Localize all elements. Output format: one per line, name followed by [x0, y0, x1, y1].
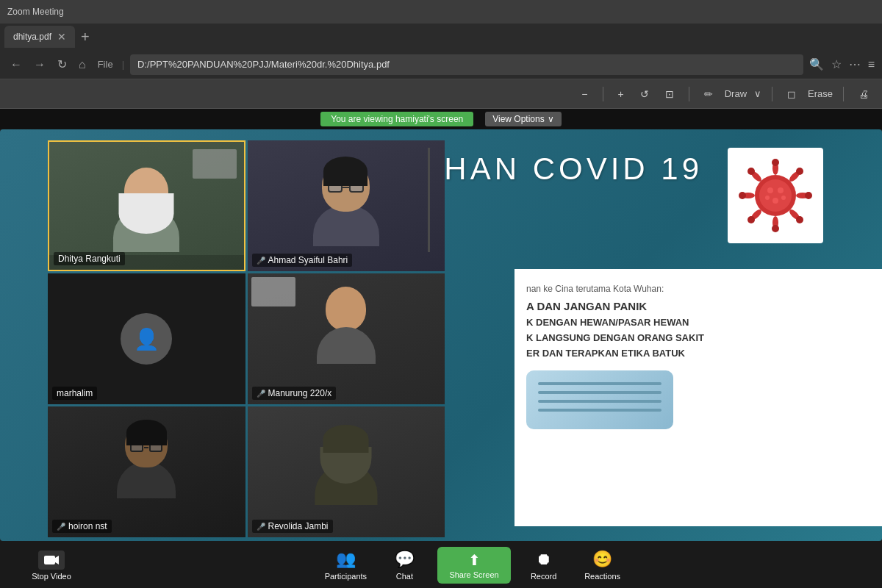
svg-point-21: [765, 196, 770, 200]
draw-button[interactable]: ✏: [700, 87, 717, 101]
svg-point-13: [805, 192, 812, 199]
participants-icon: 👥: [336, 550, 356, 569]
participants-label: Participants: [325, 572, 367, 581]
fit-page-button[interactable]: ⊡: [661, 87, 678, 101]
zoom-out-button[interactable]: −: [577, 87, 592, 101]
record-button[interactable]: ⏺ Record: [518, 550, 570, 581]
back-button[interactable]: ←: [7, 57, 25, 73]
chat-icon: 💬: [395, 550, 415, 569]
svg-point-18: [767, 187, 773, 193]
erase-button[interactable]: ◻: [783, 87, 800, 101]
participant-tile: 🎤 Manurung 220/x: [248, 273, 445, 404]
svg-point-22: [781, 196, 786, 200]
svg-rect-23: [44, 556, 55, 564]
participant-label-1: 🎤 Ahmad Syaiful Bahri: [252, 254, 353, 267]
tab-label: dhitya.pdf: [13, 32, 51, 42]
reload-button[interactable]: ↻: [54, 56, 70, 73]
print-button[interactable]: 🖨: [854, 87, 873, 101]
participants-button[interactable]: 👥 Participants: [320, 550, 371, 581]
covid-image: [728, 148, 823, 243]
address-bar: ← → ↻ ⌂ File | 🔍 ☆ ⋯ ≡: [0, 50, 882, 79]
main-content: PENCEGAHAN COVID 19: [0, 129, 882, 541]
svg-point-10: [772, 159, 779, 166]
participant-tile: 👤 marhalim: [48, 273, 245, 404]
zoom-toolbar: Stop Video 👥 Participants 💬 Chat ⬆ Share…: [0, 542, 882, 588]
slide-item-3: K LANGSUNG DENGAN ORANG SAKIT: [526, 332, 870, 343]
participant-tile: Dhitya Rangkuti: [48, 140, 245, 271]
stop-video-label: Stop Video: [32, 572, 71, 581]
participant-tile: 🎤 hoiron nst: [48, 406, 245, 537]
bookmark-icon[interactable]: ☆: [831, 57, 842, 71]
svg-point-15: [796, 168, 803, 175]
participant-label-5: 🎤 Revolida Jambi: [252, 520, 333, 533]
zoom-top-bar: You are viewing hamiyati's screen View O…: [0, 109, 882, 129]
page-wrapper: Zoom Meeting dhitya.pdf ✕ + ← → ↻ ⌂ File…: [0, 0, 882, 588]
participant-label-0: Dhitya Rangkuti: [54, 252, 125, 265]
browser-frame: Zoom Meeting dhitya.pdf ✕ + ← → ↻ ⌂ File…: [0, 0, 882, 109]
zoom-in-button[interactable]: +: [614, 87, 628, 101]
svg-point-11: [772, 225, 779, 232]
draw-label: Draw: [725, 88, 747, 99]
cursor-indicator: ▷: [850, 335, 860, 351]
svg-point-20: [772, 198, 778, 204]
browser-tab[interactable]: dhitya.pdf ✕: [4, 26, 75, 48]
zoom-icon[interactable]: 🔍: [809, 57, 824, 71]
erase-label: Erase: [808, 88, 833, 99]
view-options-button[interactable]: View Options ∨: [485, 112, 561, 126]
viewing-badge: You are viewing hamiyati's screen: [320, 112, 473, 126]
share-screen-label: Share Screen: [449, 570, 498, 579]
tab-bar: dhitya.pdf ✕ +: [0, 24, 882, 50]
record-label: Record: [531, 572, 556, 581]
tab-close-button[interactable]: ✕: [57, 31, 66, 43]
title-bar: Zoom Meeting: [0, 0, 882, 24]
mask-image: [526, 370, 673, 429]
new-tab-button[interactable]: +: [75, 29, 96, 46]
reactions-label: Reactions: [584, 572, 620, 581]
record-icon: ⏺: [536, 550, 552, 569]
participant-tile: 🎤 Ahmad Syaiful Bahri: [248, 140, 445, 271]
extensions-icon[interactable]: ⋯: [849, 57, 861, 71]
share-screen-icon: ⬆: [468, 551, 481, 569]
camera-icon: [43, 553, 60, 567]
svg-point-16: [747, 216, 755, 223]
chat-label: Chat: [396, 572, 413, 581]
participant-label-2: marhalim: [52, 387, 97, 400]
rotate-button[interactable]: ↺: [636, 87, 653, 101]
slide-item-4: ER DAN TERAPKAN ETIKA BATUK: [526, 348, 870, 359]
menu-icon[interactable]: ≡: [868, 58, 875, 71]
stop-video-button[interactable]: Stop Video: [22, 551, 81, 581]
svg-point-14: [747, 168, 755, 175]
participant-tile: 🎤 Revolida Jambi: [248, 406, 445, 537]
slide-content-area: nan ke Cina terutama Kota Wuhan: A DAN J…: [514, 269, 882, 526]
svg-point-19: [778, 187, 784, 193]
participant-label-4: 🎤 hoiron nst: [52, 520, 112, 533]
title-bar-text: Zoom Meeting: [7, 7, 64, 17]
reactions-icon: 😊: [592, 550, 612, 569]
slide-destination: nan ke Cina terutama Kota Wuhan:: [526, 284, 870, 294]
chat-button[interactable]: 💬 Chat: [379, 550, 430, 581]
svg-point-17: [796, 216, 803, 223]
address-input[interactable]: [130, 54, 803, 75]
slide-item-2: K DENGAN HEWAN/PASAR HEWAN: [526, 317, 870, 328]
forward-button[interactable]: →: [31, 57, 49, 73]
pdf-toolbar: − + ↺ ⊡ ✏ Draw ∨ ◻ Erase 🖨: [0, 79, 882, 109]
slide-item-1: A DAN JANGAN PANIK: [526, 300, 870, 312]
share-screen-button[interactable]: ⬆ Share Screen: [437, 547, 510, 584]
coronavirus-icon: [735, 155, 816, 236]
svg-point-1: [759, 179, 792, 212]
participant-label-3: 🎤 Manurung 220/x: [252, 387, 337, 400]
browser-toolbar-icons: 🔍 ☆ ⋯ ≡: [809, 57, 875, 71]
svg-marker-24: [55, 556, 59, 564]
participants-grid: Dhitya Rangkuti: [48, 140, 445, 537]
file-label: File: [95, 59, 116, 70]
home-button[interactable]: ⌂: [76, 57, 89, 73]
svg-point-12: [739, 192, 746, 199]
reactions-button[interactable]: 😊 Reactions: [577, 550, 628, 581]
